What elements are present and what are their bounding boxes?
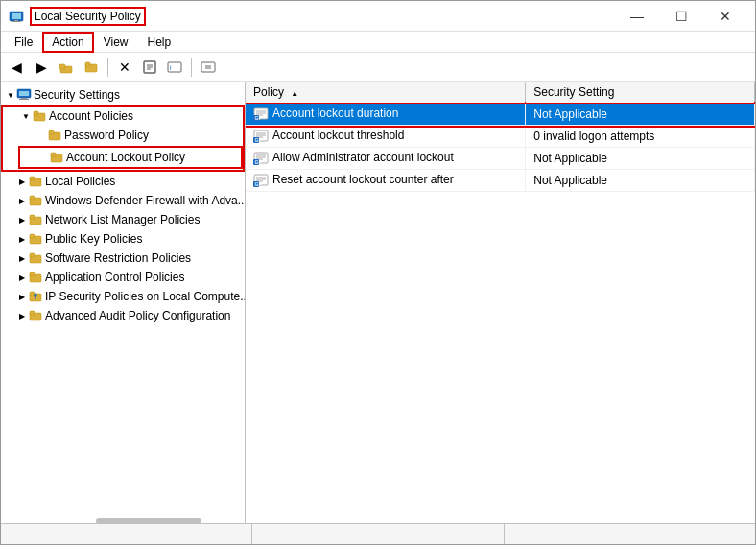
menu-view[interactable]: View <box>94 32 138 53</box>
local-policies-label: Local Policies <box>45 175 115 188</box>
ip-security-arrow[interactable]: ▶ <box>16 291 28 302</box>
security-setting-cell: Not Applicable <box>526 170 755 192</box>
tree-root-item[interactable]: ▼ Security Settings <box>1 85 245 105</box>
table-row[interactable]: GP Allow Administrator account lockoutNo… <box>246 148 755 170</box>
password-policy-label: Password Policy <box>64 129 149 142</box>
account-policies-label: Account Policies <box>49 109 133 123</box>
scroll-indicator <box>96 518 201 523</box>
svg-rect-37 <box>30 253 35 257</box>
folder-button[interactable] <box>80 56 103 79</box>
security-setting-column-header[interactable]: Security Setting <box>526 82 755 104</box>
table-row[interactable]: GP Account lockout threshold0 invalid lo… <box>246 126 755 148</box>
security-setting-cell: Not Applicable <box>526 104 755 126</box>
title-bar-left: Local Security Policy <box>9 7 146 26</box>
public-key-icon <box>28 231 43 247</box>
table-row[interactable]: GP Account lockout durationNot Applicabl… <box>246 104 755 126</box>
application-control-arrow[interactable]: ▶ <box>16 272 28 283</box>
minimize-button[interactable]: — <box>615 1 659 32</box>
policy-panel: Policy ▲ Security Setting GP Account lo <box>246 82 755 523</box>
network-list-icon <box>28 212 43 227</box>
svg-rect-23 <box>34 111 38 115</box>
up-button[interactable] <box>55 56 78 79</box>
policy-row-icon: GP <box>253 107 269 122</box>
account-policies-group: ▼ Account Policies ▶ Password Policy <box>1 105 245 172</box>
main-window: Local Security Policy — ☐ ✕ File Action … <box>0 0 756 545</box>
policy-name: Account lockout threshold <box>272 129 404 142</box>
software-restriction-icon <box>28 250 43 266</box>
help-button[interactable] <box>197 56 220 79</box>
account-lockout-highlight: ▶ Account Lockout Policy <box>18 146 243 169</box>
maximize-button[interactable]: ☐ <box>659 1 703 32</box>
policy-cell: GP Allow Administrator account lockout <box>246 148 526 170</box>
lockout-policy-icon <box>49 150 64 165</box>
menu-action[interactable]: Action <box>42 32 93 53</box>
delete-button[interactable]: ✕ <box>113 56 136 79</box>
tree-advanced-audit[interactable]: ▶ Advanced Audit Policy Configuration <box>1 306 245 325</box>
application-control-label: Application Control Policies <box>45 271 184 284</box>
tree-account-policies[interactable]: ▼ Account Policies <box>18 107 243 126</box>
advanced-audit-arrow[interactable]: ▶ <box>16 310 28 321</box>
account-policies-arrow[interactable]: ▼ <box>20 110 32 122</box>
svg-rect-5 <box>59 64 65 69</box>
policy-name: Allow Administrator account lockout <box>272 151 454 164</box>
export-button[interactable]: i <box>163 56 186 79</box>
title-bar-controls: — ☐ ✕ <box>615 1 747 32</box>
svg-rect-8 <box>85 62 90 66</box>
security-setting-header-label: Security Setting <box>533 85 614 99</box>
advanced-audit-label: Advanced Audit Policy Configuration <box>45 309 230 322</box>
windows-defender-arrow[interactable]: ▶ <box>16 195 28 206</box>
svg-rect-29 <box>30 177 35 180</box>
policy-row-icon: GP <box>253 173 269 188</box>
svg-rect-39 <box>30 272 35 276</box>
local-policies-icon <box>28 174 43 189</box>
back-button[interactable]: ◀ <box>5 56 28 79</box>
tree-network-list[interactable]: ▶ Network List Manager Policies <box>1 210 245 229</box>
status-section-2 <box>252 524 504 544</box>
tree-software-restriction[interactable]: ▶ Software Restriction Policies <box>1 249 245 268</box>
tree-account-lockout-policy[interactable]: ▶ Account Lockout Policy <box>20 148 241 167</box>
software-restriction-arrow[interactable]: ▶ <box>16 252 28 264</box>
policy-cell: GP Reset account lockout counter after <box>246 170 526 192</box>
menu-help[interactable]: Help <box>138 32 181 53</box>
local-policies-arrow[interactable]: ▶ <box>16 176 28 187</box>
title-bar: Local Security Policy — ☐ ✕ <box>1 1 755 32</box>
svg-rect-3 <box>12 21 20 22</box>
root-expand-arrow[interactable]: ▼ <box>5 89 16 101</box>
lockout-policy-label: Account Lockout Policy <box>66 151 185 164</box>
menu-file[interactable]: File <box>5 32 42 53</box>
policy-name: Reset account lockout counter after <box>272 173 454 186</box>
account-policies-icon <box>32 108 47 124</box>
security-setting-cell: Not Applicable <box>526 148 755 170</box>
svg-text:GP: GP <box>255 115 263 121</box>
policy-row-icon: GP <box>253 129 269 144</box>
policy-name: Account lockout duration <box>272 107 398 120</box>
close-button[interactable]: ✕ <box>703 1 747 32</box>
public-key-arrow[interactable]: ▶ <box>16 233 28 245</box>
toolbar-sep-2 <box>191 58 192 77</box>
svg-rect-31 <box>30 196 35 200</box>
tree-ip-security[interactable]: ▶ IP Security Policies on Local Compute.… <box>1 287 245 306</box>
policy-table-body: GP Account lockout durationNot Applicabl… <box>246 104 755 192</box>
main-content: ▼ Security Settings ▼ <box>1 82 755 523</box>
svg-rect-27 <box>51 153 56 156</box>
tree-windows-defender[interactable]: ▶ Windows Defender Firewall with Adva... <box>1 191 245 210</box>
window-title: Local Security Policy <box>30 7 146 26</box>
policy-column-header[interactable]: Policy ▲ <box>246 82 526 104</box>
network-list-arrow[interactable]: ▶ <box>16 214 28 225</box>
tree-root-label: Security Settings <box>34 88 120 102</box>
tree-local-policies[interactable]: ▶ Local Policies <box>1 172 245 191</box>
tree-public-key[interactable]: ▶ Public Key Policies <box>1 229 245 249</box>
policy-row-icon: GP <box>253 151 269 166</box>
properties-button[interactable] <box>138 56 161 79</box>
forward-button[interactable]: ▶ <box>30 56 53 79</box>
tree-application-control[interactable]: ▶ Application Control Policies <box>1 268 245 287</box>
tree-password-policy[interactable]: ▶ Password Policy <box>18 126 243 145</box>
advanced-audit-icon <box>28 308 43 323</box>
table-row[interactable]: GP Reset account lockout counter afterNo… <box>246 170 755 192</box>
svg-rect-15 <box>201 62 215 72</box>
svg-rect-19 <box>19 91 29 96</box>
toolbar: ◀ ▶ ✕ i <box>1 53 755 82</box>
status-section-1 <box>1 524 252 544</box>
security-setting-cell: 0 invalid logon attempts <box>526 126 755 148</box>
svg-rect-33 <box>30 215 35 219</box>
